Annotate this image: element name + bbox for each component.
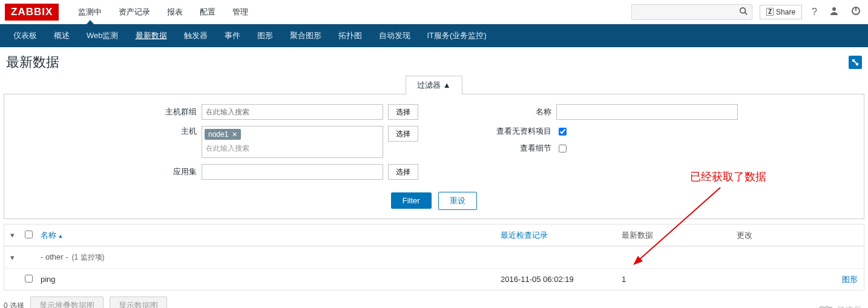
label-show-no-data: 查看无资料项目 [467,126,551,137]
search-icon[interactable] [735,7,752,17]
item-lastcheck: 2016-11-05 06:02:19 [501,275,574,284]
selected-count: 0 选择 [4,301,24,309]
toggle-all-icon[interactable]: ▾ [10,231,25,240]
label-name: 名称 [467,106,551,117]
select-all-checkbox[interactable] [25,231,33,238]
topnav-inventory[interactable]: 资产记录 [110,0,159,24]
header-name[interactable]: 名称 [41,231,63,240]
subnav-web[interactable]: Web监测 [78,24,127,47]
filter-button[interactable]: Filter [391,192,432,209]
annotation-arrow-icon [630,182,738,272]
row-graph-link[interactable]: 图形 [842,275,858,284]
help-icon[interactable]: ? [809,7,820,18]
label-application: 应用集 [130,166,197,177]
row-checkbox[interactable] [25,275,33,283]
subnav-screens[interactable]: 聚合图形 [281,24,330,47]
share-button[interactable]: Z Share [760,5,802,19]
svg-point-0 [740,8,746,13]
subnav-latest-data[interactable]: 最新数据 [127,24,176,47]
host-group-input[interactable] [202,104,383,120]
svg-line-1 [745,13,748,15]
fullscreen-icon[interactable] [849,56,862,69]
subnav-maps[interactable]: 拓扑图 [330,24,370,47]
remove-tag-icon[interactable]: ✕ [232,131,237,139]
watermark: 亿速云 [817,303,862,308]
subnav-events[interactable]: 事件 [216,24,249,47]
search-input[interactable] [632,8,735,16]
item-name: ping [41,275,56,284]
stacked-graph-button: 显示堆叠数据图 [30,297,104,308]
host-placeholder: 在此输入搜索 [205,142,380,155]
show-details-checkbox[interactable] [559,145,567,152]
subnav-triggers[interactable]: 触发器 [176,24,216,47]
top-nav: 监测中 资产记录 报表 配置 管理 [70,0,257,24]
label-show-details: 查看细节 [467,143,551,154]
brand-logo[interactable]: ZABBIX [5,4,59,21]
label-host-group: 主机群组 [130,106,197,117]
application-input[interactable] [202,164,383,180]
power-icon[interactable] [849,6,863,18]
footer-actions: 0 选择 显示堆叠数据图 显示数据图 [0,290,868,308]
show-no-data-checkbox[interactable] [559,128,567,136]
group-label: - other - [41,252,68,263]
topnav-monitoring[interactable]: 监测中 [70,0,110,24]
subnav: 仪表板 概述 Web监测 最新数据 触发器 事件 图形 聚合图形 拓扑图 自动发… [0,24,868,47]
host-select-btn[interactable]: 选择 [388,126,418,142]
share-label: Share [776,8,795,16]
global-search [631,4,752,20]
host-multiselect[interactable]: node1 ✕ 在此输入搜索 [202,126,383,158]
user-icon[interactable] [827,6,841,18]
graph-button: 显示数据图 [110,297,167,308]
application-select-btn[interactable]: 选择 [388,164,418,180]
filter-tab[interactable]: 过滤器 ▲ [406,76,462,94]
header-change: 更改 [737,231,752,240]
topbar: ZABBIX 监测中 资产记录 报表 配置 管理 Z Share ? [0,0,868,24]
subnav-it-services[interactable]: IT服务(业务监控) [419,24,495,47]
host-group-select-btn[interactable]: 选择 [388,104,418,120]
cloud-icon [817,303,834,308]
subnav-dashboard[interactable]: 仪表板 [5,24,45,47]
topnav-admin[interactable]: 管理 [224,0,257,24]
label-host: 主机 [130,126,197,137]
subnav-graphs[interactable]: 图形 [249,24,281,47]
reset-button[interactable]: 重设 [438,192,477,210]
toggle-group-icon[interactable]: ▾ [10,253,25,262]
page-title: 最新数据 [6,53,59,71]
subnav-overview[interactable]: 概述 [45,24,78,47]
group-count: (1 监控项) [72,252,105,263]
name-input[interactable] [556,104,738,120]
host-tag-node1[interactable]: node1 ✕ [205,129,241,140]
svg-line-5 [639,188,720,260]
header-lastcheck[interactable]: 最近检查记录 [501,231,548,240]
subnav-discovery[interactable]: 自动发现 [370,24,419,47]
z-icon: Z [766,8,774,16]
svg-point-2 [832,7,836,11]
host-tag-label: node1 [208,130,228,139]
watermark-text: 亿速云 [837,305,862,309]
item-lastdata: 1 [622,275,626,284]
topnav-reports[interactable]: 报表 [159,0,191,24]
topnav-config[interactable]: 配置 [191,0,224,24]
